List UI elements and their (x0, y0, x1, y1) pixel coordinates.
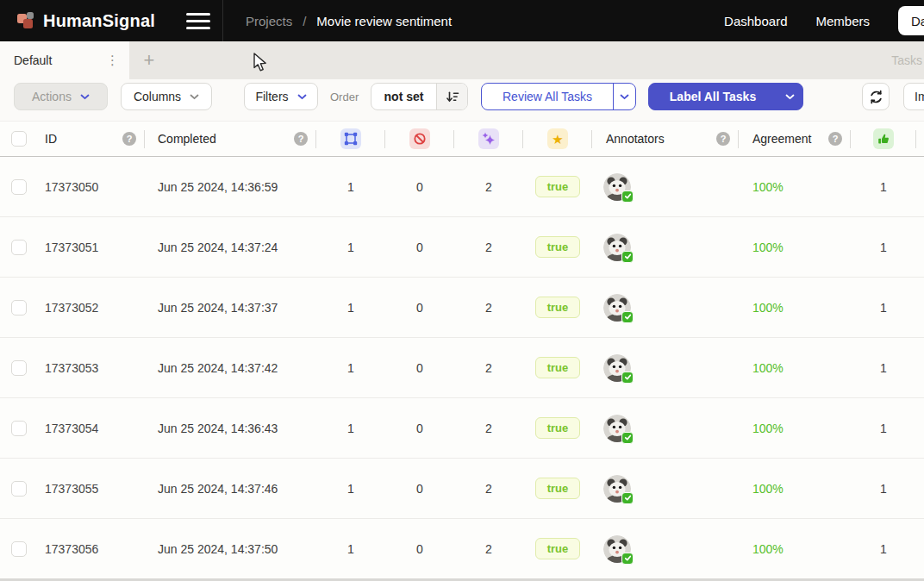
nav-dashboard[interactable]: Dashboard (724, 14, 787, 28)
row-checkbox[interactable] (11, 481, 27, 497)
annotator-avatar[interactable] (603, 173, 631, 201)
cancelled-annotations-icon[interactable] (409, 128, 430, 149)
table-row[interactable]: 17373055 Jun 25 2024, 14:37:46 1 0 2 tru… (0, 459, 924, 519)
app-root: HumanSignal Projects / Movie review sent… (0, 0, 924, 581)
completed-help-icon[interactable]: ? (294, 132, 308, 146)
nav-members[interactable]: Members (815, 14, 870, 28)
review-all-tasks-button[interactable]: Review All Tasks (481, 83, 636, 110)
row-checkbox-cell (0, 179, 38, 195)
columns-label: Columns (134, 90, 181, 103)
agreement-help-icon[interactable]: ? (828, 132, 842, 146)
refresh-button[interactable] (862, 83, 890, 110)
cell-completed-at: Jun 25 2024, 14:36:43 (145, 422, 316, 435)
column-header-completed[interactable]: Completed ? (145, 122, 316, 156)
chevron-down-icon (297, 94, 307, 100)
brand-logo[interactable]: HumanSignal (0, 11, 155, 31)
columns-button[interactable]: Columns (121, 83, 212, 110)
annotator-avatar[interactable] (603, 354, 631, 382)
row-checkbox[interactable] (11, 179, 27, 195)
sentiment-value-badge: true (535, 357, 581, 378)
cell-reviews-count: 1 (851, 180, 916, 194)
view-tab-bar: Default ⋮ + Tasks (0, 41, 924, 79)
label-all-tasks-button[interactable]: Label All Tasks (648, 83, 803, 110)
breadcrumb-projects-link[interactable]: Projects (246, 14, 292, 28)
star-icon[interactable]: ★ (547, 128, 568, 149)
column-header-sentiment[interactable]: ★ (523, 122, 592, 156)
cell-task-id: 17373054 (38, 422, 145, 435)
annotator-avatar[interactable] (603, 475, 631, 503)
filters-button[interactable]: Filters (244, 83, 318, 110)
row-checkbox[interactable] (11, 541, 27, 557)
annotators-header-label: Annotators (606, 132, 665, 146)
actions-button[interactable]: Actions (14, 83, 108, 110)
header-filler (916, 122, 924, 156)
predictions-sparkles-icon[interactable] (478, 128, 499, 149)
annotator-avatar[interactable] (603, 234, 631, 261)
cell-cancelled-count: 0 (385, 422, 454, 435)
annotator-avatar[interactable] (603, 415, 631, 442)
row-checkbox[interactable] (11, 240, 27, 255)
column-header-id[interactable]: ID ? (38, 122, 145, 156)
cell-annotations-count: 1 (316, 301, 385, 315)
review-dropdown-toggle[interactable] (613, 84, 635, 109)
cell-completed-at: Jun 25 2024, 14:37:46 (145, 482, 316, 496)
import-button[interactable]: Im (903, 83, 924, 110)
cell-completed-at: Jun 25 2024, 14:37:24 (145, 241, 316, 254)
annotators-help-icon[interactable]: ? (716, 132, 730, 146)
annotator-avatar[interactable] (603, 294, 631, 322)
top-header: HumanSignal Projects / Movie review sent… (0, 0, 924, 41)
column-header-agreement[interactable]: Agreement ? (739, 122, 851, 156)
table-row[interactable]: 17373051 Jun 25 2024, 14:37:24 1 0 2 tru… (0, 217, 924, 278)
nav-data-manager-button[interactable]: Da (898, 6, 924, 35)
row-checkbox-cell (0, 360, 38, 376)
tab-default[interactable]: Default ⋮ (0, 41, 129, 79)
cell-task-id: 17373055 (38, 482, 145, 496)
row-checkbox[interactable] (11, 300, 27, 315)
annotator-avatar[interactable] (603, 535, 631, 563)
column-header-annotators[interactable]: Annotators ? (592, 122, 739, 156)
cell-annotators (592, 475, 739, 503)
table-row[interactable]: 17373056 Jun 25 2024, 14:37:50 1 0 2 tru… (0, 519, 924, 579)
cell-annotations-count: 1 (316, 482, 385, 496)
column-header-predictions[interactable] (454, 122, 523, 156)
sort-direction-icon[interactable] (436, 84, 467, 109)
sentiment-value-badge: true (535, 236, 581, 258)
table-row[interactable]: 17373054 Jun 25 2024, 14:36:43 1 0 2 tru… (0, 398, 924, 459)
table-row[interactable]: 17373050 Jun 25 2024, 14:36:59 1 0 2 tru… (0, 157, 924, 217)
row-checkbox[interactable] (11, 360, 27, 376)
cell-completed-at: Jun 25 2024, 14:37:50 (145, 542, 316, 556)
table-row[interactable]: 17373053 Jun 25 2024, 14:37:42 1 0 2 tru… (0, 338, 924, 398)
import-label: Im (915, 90, 924, 103)
row-checkbox[interactable] (11, 421, 27, 436)
order-select[interactable]: not set (371, 83, 468, 110)
order-label: Order (330, 91, 359, 103)
annotation-complete-check-icon (621, 311, 634, 323)
label-all-dropdown-toggle[interactable] (777, 94, 802, 100)
table-row[interactable]: 17373052 Jun 25 2024, 14:37:37 1 0 2 tru… (0, 278, 924, 338)
select-all-checkbox[interactable] (11, 131, 27, 147)
cell-cancelled-count: 0 (385, 241, 454, 254)
agreement-header-label: Agreement (752, 132, 811, 146)
breadcrumb-current-project: Movie review sentiment (316, 14, 452, 28)
cell-sentiment: true (523, 417, 592, 439)
cell-agreement: 100% (739, 241, 851, 254)
column-header-cancelled[interactable] (385, 122, 454, 156)
sentiment-value-badge: true (535, 176, 581, 197)
id-help-icon[interactable]: ? (122, 132, 136, 146)
cell-cancelled-count: 0 (385, 180, 454, 194)
row-checkbox-cell (0, 541, 38, 557)
breadcrumb: Projects / Movie review sentiment (246, 14, 452, 28)
cell-annotators (592, 294, 739, 322)
cell-task-id: 17373051 (38, 241, 145, 254)
add-tab-button[interactable]: + (129, 41, 169, 79)
annotations-count-icon[interactable] (340, 128, 361, 149)
cell-cancelled-count: 0 (385, 482, 454, 496)
column-header-annotations[interactable] (316, 122, 385, 156)
tab-options-kebab-icon[interactable]: ⋮ (106, 53, 119, 68)
cell-predictions-count: 2 (454, 241, 523, 254)
thumbs-up-icon[interactable] (873, 128, 894, 149)
hamburger-menu-icon[interactable] (183, 9, 214, 33)
tab-default-label: Default (14, 53, 52, 67)
column-header-reviews[interactable] (851, 122, 916, 156)
breadcrumb-separator: / (303, 14, 306, 28)
